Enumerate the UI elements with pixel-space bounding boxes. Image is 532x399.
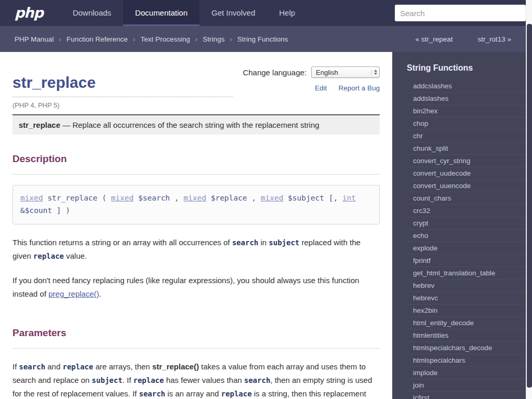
sidebar-item-fprintf[interactable]: fprintf bbox=[407, 255, 532, 267]
select-arrows-icon bbox=[371, 70, 377, 75]
next-page-link[interactable]: str_rot13 » bbox=[477, 35, 511, 43]
code-text: str_replace ( bbox=[43, 194, 111, 202]
nav-item-downloads[interactable]: Downloads bbox=[61, 0, 123, 26]
sidebar-item-convert_uuencode[interactable]: convert_uuencode bbox=[407, 180, 532, 192]
prev-page-link[interactable]: « str_repeat bbox=[415, 35, 453, 43]
sidebar-item-addcslashes[interactable]: addcslashes bbox=[407, 80, 532, 92]
breadcrumb-bar: PHP Manual›Function Reference›Text Proce… bbox=[0, 26, 532, 52]
text-segment: If bbox=[12, 362, 19, 371]
report-bug-link[interactable]: Report a Bug bbox=[338, 84, 380, 92]
type-link[interactable]: mixed bbox=[111, 194, 134, 202]
parameters-heading: Parameters bbox=[12, 327, 380, 349]
sidebar-item-hebrevc[interactable]: hebrevc bbox=[407, 292, 532, 304]
description-heading: Description bbox=[12, 153, 380, 175]
type-link[interactable]: mixed bbox=[261, 194, 284, 202]
nav-menu: DownloadsDocumentationGet InvolvedHelp bbox=[61, 0, 307, 26]
summary-text: Replace all occurrences of the search st… bbox=[72, 121, 319, 129]
code-text: &$count ] ) bbox=[20, 206, 70, 215]
arrow-up-icon bbox=[374, 70, 377, 72]
sidebar-item-convert_cyr_string[interactable]: convert_cyr_string bbox=[407, 155, 532, 167]
code-text: $search , bbox=[134, 194, 183, 202]
parameters-paragraph-1: If search and replace are arrays, then s… bbox=[12, 360, 380, 399]
breadcrumb-separator: › bbox=[195, 35, 198, 43]
code-text: $subject [, bbox=[283, 194, 342, 202]
sidebar-item-hex2bin[interactable]: hex2bin bbox=[407, 304, 532, 317]
page-actions: Edit Report a Bug bbox=[243, 83, 380, 92]
text-segment: This function returns a string or an arr… bbox=[12, 238, 232, 247]
sidebar-title: String Functions bbox=[407, 63, 532, 73]
language-select-value: English bbox=[316, 69, 338, 76]
text-segment: and bbox=[45, 362, 62, 371]
function-summary: str_replace — Replace all occurrences of… bbox=[12, 114, 380, 135]
sidebar-item-count_chars[interactable]: count_chars bbox=[407, 192, 532, 205]
breadcrumb-item[interactable]: Strings bbox=[203, 35, 224, 43]
nav-item-help[interactable]: Help bbox=[267, 0, 307, 26]
sidebar-item-crc32[interactable]: crc32 bbox=[407, 205, 532, 217]
text-segment: value. bbox=[64, 251, 87, 260]
description-paragraph-1: This function returns a string or an arr… bbox=[12, 236, 380, 263]
breadcrumb-separator: › bbox=[230, 35, 232, 43]
text-segment: is an array and bbox=[165, 389, 221, 398]
main-content: Change language: English Edit Report a B… bbox=[0, 52, 392, 399]
parameter-code: replace bbox=[33, 252, 64, 260]
sidebar-item-get_html_translation_table[interactable]: get_html_translation_table bbox=[407, 267, 532, 280]
parameter-code: subject bbox=[269, 238, 299, 247]
breadcrumb-item[interactable]: String Functions bbox=[237, 35, 288, 43]
sidebar-item-html_entity_decode[interactable]: html_entity_decode bbox=[407, 317, 532, 329]
parameter-code: search bbox=[139, 390, 165, 398]
function-name: str_replace() bbox=[152, 362, 199, 371]
code-text: $replace , bbox=[206, 194, 261, 202]
text-segment: are arrays, then bbox=[93, 362, 152, 371]
language-select[interactable]: English bbox=[311, 66, 380, 78]
parameter-code: search bbox=[19, 363, 46, 371]
sidebar-item-hebrev[interactable]: hebrev bbox=[407, 280, 532, 292]
sidebar-item-htmlspecialchars_decode[interactable]: htmlspecialchars_decode bbox=[407, 342, 532, 354]
top-navigation: php DownloadsDocumentationGet InvolvedHe… bbox=[0, 0, 532, 26]
sidebar-item-lcfirst[interactable]: lcfirst bbox=[407, 392, 532, 399]
parameter-code: replace bbox=[221, 390, 252, 398]
sidebar-item-join[interactable]: join bbox=[407, 379, 532, 392]
sidebar-item-bin2hex[interactable]: bin2hex bbox=[407, 105, 532, 117]
sidebar-item-htmlspecialchars[interactable]: htmlspecialchars bbox=[407, 354, 532, 367]
summary-separator: — bbox=[60, 121, 72, 129]
version-info: (PHP 4, PHP 5) bbox=[12, 101, 380, 109]
parameter-code: search bbox=[232, 238, 259, 247]
scrollbar-thumb[interactable] bbox=[527, 24, 532, 388]
function-link[interactable]: preg_replace() bbox=[48, 289, 99, 298]
language-changer: Change language: English Edit Report a B… bbox=[243, 66, 380, 92]
sidebar-item-implode[interactable]: implode bbox=[407, 367, 532, 379]
breadcrumb-item[interactable]: Text Processing bbox=[140, 35, 190, 43]
text-segment: has fewer values than bbox=[164, 376, 244, 384]
sidebar-item-chunk_split[interactable]: chunk_split bbox=[407, 142, 532, 155]
type-link[interactable]: mixed bbox=[183, 194, 206, 202]
sidebar-item-chop[interactable]: chop bbox=[407, 117, 532, 130]
edit-link[interactable]: Edit bbox=[315, 84, 327, 92]
arrow-down-icon bbox=[374, 73, 377, 75]
parameter-code: replace bbox=[62, 363, 93, 371]
sidebar-item-chr[interactable]: chr bbox=[407, 130, 532, 142]
breadcrumb-item[interactable]: Function Reference bbox=[66, 35, 128, 43]
sidebar-item-explode[interactable]: explode bbox=[407, 242, 532, 255]
php-logo[interactable]: php bbox=[0, 0, 61, 26]
sidebar: String Functions addcslashesaddslashesbi… bbox=[392, 52, 532, 399]
browser-viewport: php DownloadsDocumentationGet InvolvedHe… bbox=[0, 0, 532, 399]
nav-item-get-involved[interactable]: Get Involved bbox=[200, 0, 267, 26]
type-link[interactable]: int bbox=[342, 194, 356, 202]
content-layout: Change language: English Edit Report a B… bbox=[0, 52, 532, 399]
type-link[interactable]: mixed bbox=[20, 194, 43, 202]
search-input[interactable] bbox=[395, 5, 526, 21]
breadcrumb-separator: › bbox=[59, 35, 62, 43]
sidebar-item-echo[interactable]: echo bbox=[407, 230, 532, 242]
sidebar-item-addslashes[interactable]: addslashes bbox=[407, 92, 532, 105]
parameter-code: replace bbox=[133, 376, 164, 384]
vertical-scrollbar[interactable] bbox=[526, 0, 532, 399]
breadcrumb-item[interactable]: PHP Manual bbox=[15, 35, 54, 43]
sidebar-item-convert_uudecode[interactable]: convert_uudecode bbox=[407, 167, 532, 180]
page-navigation: « str_repeat str_rot13 » bbox=[415, 26, 511, 52]
nav-item-documentation[interactable]: Documentation bbox=[123, 0, 200, 26]
page-title: str_replace bbox=[12, 74, 233, 97]
breadcrumb-separator: › bbox=[133, 35, 136, 43]
sidebar-item-htmlentities[interactable]: htmlentities bbox=[407, 329, 532, 342]
sidebar-item-crypt[interactable]: crypt bbox=[407, 217, 532, 230]
parameter-code: subject bbox=[92, 376, 123, 384]
